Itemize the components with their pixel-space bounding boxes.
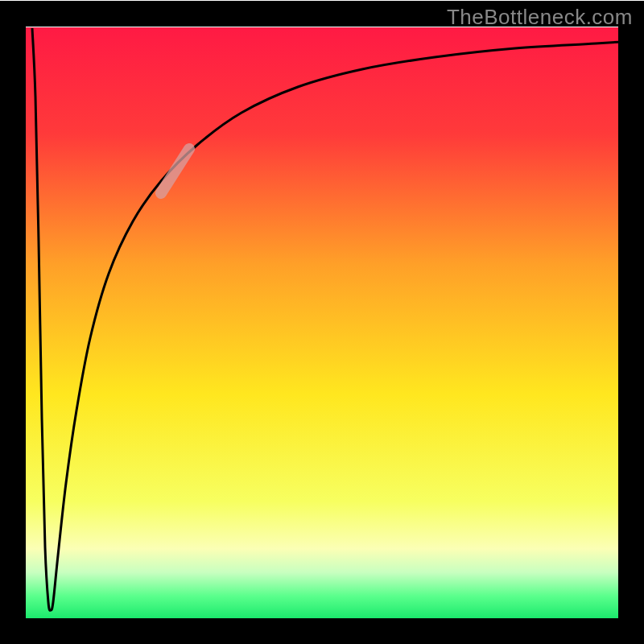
watermark-text: TheBottleneck.com xyxy=(447,5,633,30)
chart-container: TheBottleneck.com xyxy=(0,0,644,644)
gradient-background xyxy=(26,27,618,620)
chart-svg xyxy=(0,0,644,644)
